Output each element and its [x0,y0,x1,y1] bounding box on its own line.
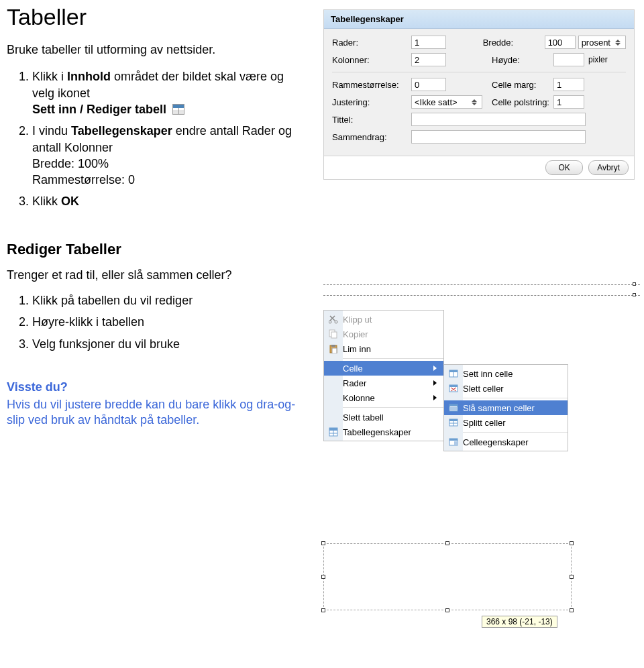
step1-d: Sett inn / Rediger tabell [32,103,166,116]
svg-rect-26 [449,419,458,421]
blank-icon [328,392,339,403]
step3-b: OK [61,194,79,208]
r-step3: Velg funksjoner du vil bruke [32,336,302,352]
table-resize-placeholder[interactable] [323,543,572,610]
insert-cell-icon [448,368,459,379]
menu-rows-label: Rader [343,378,429,388]
context-menu: Klipp ut Kopier Lim inn Celle Rader Kolo… [323,310,444,441]
section2-title: Rediger Tabeller [7,241,302,258]
split-cells-icon [448,417,459,428]
svg-rect-7 [331,332,337,338]
menu-delete-table[interactable]: Slett tabell [324,410,443,425]
svg-marker-0 [615,40,621,42]
summary-label: Sammendrag: [332,132,411,142]
chevron-right-icon [433,366,437,371]
height-input[interactable] [553,53,584,66]
page-title: Tabeller [7,4,302,30]
step2-a: I vindu [32,124,71,137]
align-label: Justering: [332,97,411,107]
copy-icon [328,329,339,339]
step1-a: Klikk i [32,70,67,83]
height-unit: pixler [588,55,608,64]
svg-point-5 [335,321,337,323]
menu-table-props[interactable]: Tabellegenskaper [324,425,443,439]
menu-cut[interactable]: Klipp ut [324,312,443,327]
submenu-split-cells[interactable]: Splitt celler [444,415,568,430]
menu-cell[interactable]: Celle [324,361,443,376]
cellpad-input[interactable] [553,95,584,109]
menu-column[interactable]: Kolonne [324,390,443,405]
menu-cell-label: Celle [343,364,429,374]
insert-table-icon [172,104,184,115]
cellmarg-input[interactable] [553,78,584,91]
width-unit-value: prosent [582,38,610,48]
rows-input[interactable] [411,36,446,49]
svg-rect-31 [454,441,458,445]
submenu-delete-cells-label: Slett celler [463,384,561,394]
svg-point-4 [329,321,331,323]
menu-cut-label: Klipp ut [343,315,437,325]
cell-submenu: Sett inn celle Slett celler Slå sammen c… [443,364,568,451]
merge-cells-icon [448,402,459,413]
submenu-split-cells-label: Splitt celler [463,418,561,428]
menu-rows[interactable]: Rader [324,376,443,390]
submenu-cell-props[interactable]: Celleegenskaper [444,435,568,449]
blank-icon [328,378,339,388]
border-label: Rammestørrelse: [332,80,411,90]
step1-b: Innhold [67,70,114,83]
blank-icon [328,363,339,374]
cols-label: Kolonner: [332,55,411,65]
width-label: Bredde: [483,38,545,48]
table-selection-handles [323,282,640,309]
height-label: Høyde: [492,55,553,65]
submenu-delete-cells[interactable]: Slett celler [444,381,568,396]
intro-text: Bruke tabeller til utforming av nettside… [7,42,302,58]
summary-input[interactable] [411,130,586,144]
paste-icon [328,343,339,354]
svg-marker-1 [615,43,621,46]
title-input[interactable] [411,113,586,126]
width-input[interactable] [545,36,576,49]
svg-rect-23 [449,404,458,406]
rows-label: Rader: [332,38,411,48]
intro2-text: Trenger et rad til, eller slå sammen cel… [7,268,302,283]
svg-rect-10 [332,348,337,353]
menu-copy-label: Kopier [343,329,437,339]
cancel-button[interactable]: Avbryt [588,160,629,175]
menu-paste-label: Lim inn [343,344,437,354]
title-label: Tittel: [332,115,411,125]
delete-cell-icon [448,383,459,394]
step2-b: Tabellegenskaper [71,124,176,137]
submenu-merge-cells[interactable]: Slå sammen celler [444,400,568,415]
chevron-right-icon [433,380,437,386]
menu-paste[interactable]: Lim inn [324,341,443,356]
cell-props-icon [448,437,459,447]
ok-button[interactable]: OK [545,160,583,175]
svg-marker-3 [472,103,477,105]
align-select[interactable]: <Ikke satt> [411,95,482,109]
step1-item: Klikk i Innhold området der bildet skal … [32,68,302,117]
svg-rect-24 [450,407,457,410]
submenu-merge-cells-label: Slå sammen celler [463,403,561,413]
submenu-insert-cell-label: Sett inn celle [463,369,561,379]
dimension-tooltip: 366 x 98 (-21, -13) [482,616,557,628]
step3-item: Klikk OK [32,193,302,209]
dialog-title: Tabellegenskaper [324,10,634,29]
table-properties-dialog: Tabellegenskaper Rader: Bredde: prosent … [323,9,635,180]
chevron-right-icon [433,395,437,400]
border-input[interactable] [411,78,446,91]
chevron-updown-icon [470,97,479,107]
svg-rect-19 [449,385,458,387]
menu-copy[interactable]: Kopier [324,327,443,341]
submenu-insert-cell[interactable]: Sett inn celle [444,366,568,381]
submenu-cell-props-label: Celleegenskaper [463,437,561,447]
table-icon [328,427,339,437]
menu-table-props-label: Tabellegenskaper [343,427,437,437]
align-value: <Ikke satt> [415,97,458,107]
step2-e: Rammestørrelse: 0 [32,173,135,186]
cols-input[interactable] [411,53,446,66]
svg-marker-2 [472,99,477,102]
step2-d: Bredde: 100% [32,157,109,170]
menu-delete-table-label: Slett tabell [343,412,437,423]
width-unit-select[interactable]: prosent [578,36,626,49]
